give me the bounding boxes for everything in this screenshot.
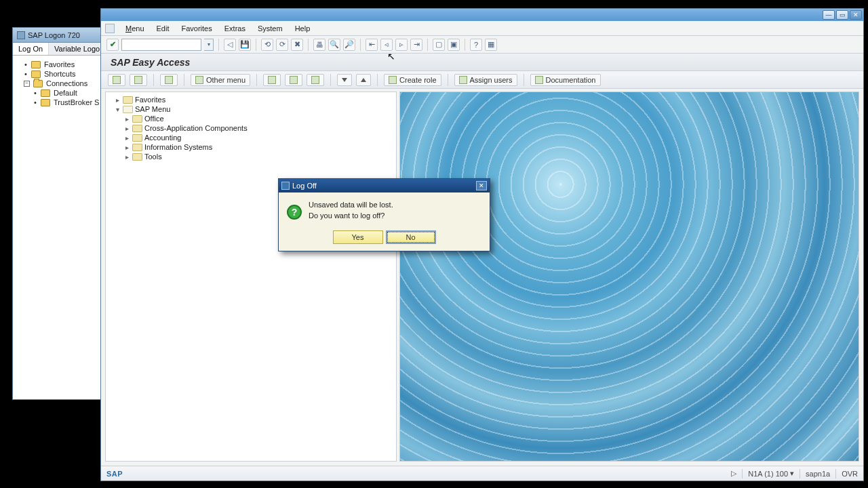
find-next-icon[interactable]: 🔎 [343,39,355,51]
menu-favorites[interactable]: Favorites [176,23,218,34]
tree-accounting[interactable]: ▸Accounting [108,133,393,142]
page-heading: SAP Easy Access [101,54,863,71]
last-page-icon[interactable]: ⇥ [410,39,422,51]
dialog-title: Log Off [292,182,317,190]
folder-icon [132,134,142,142]
help-icon[interactable]: ? [470,39,482,51]
enter-button[interactable]: ✔ [106,39,119,51]
application-toolbar: Other menu Create role Assign users Docu… [101,71,863,89]
tree-tools[interactable]: ▸Tools [108,152,393,161]
status-host: sapn1a [800,469,830,479]
tree-cross-app[interactable]: ▸Cross-Application Components [108,123,393,133]
sap-gui-window: — ▭ ✕ Menu Edit Favorites Extras System … [100,8,864,481]
tab-log-on[interactable]: Log On [13,43,49,55]
save-button[interactable]: 💾 [239,39,251,51]
menu-system-icon[interactable] [105,24,115,33]
display-button[interactable] [263,74,281,86]
question-icon: ? [287,205,302,220]
status-mode: OVR [835,469,858,479]
content-area: ▸Favorites ▾SAP Menu ▸Office ▸Cross-Appl… [101,89,863,466]
users-icon [459,76,467,84]
menu-extras[interactable]: Extras [219,23,251,34]
dialog-text: Unsaved data will be lost. Do you want t… [309,199,393,221]
delete-favorite-button[interactable] [130,74,147,86]
first-page-icon[interactable]: ⇤ [366,39,378,51]
dialog-close-button[interactable]: ✕ [476,181,487,190]
splash-image [399,92,859,462]
doc-del-icon [134,76,142,84]
new-session-icon[interactable]: ▢ [433,39,445,51]
expand-button[interactable] [356,74,371,86]
add-favorite-button[interactable] [108,74,125,86]
other-menu-button[interactable]: Other menu [191,74,250,86]
back-button[interactable]: ◁ [224,39,236,51]
navigation-tree[interactable]: ▸Favorites ▾SAP Menu ▸Office ▸Cross-Appl… [105,92,397,462]
page-title: SAP Easy Access [111,57,190,68]
exit-icon[interactable]: ⟳ [276,39,288,51]
folder-icon [132,125,142,132]
folder-icon [132,144,142,151]
next-page-icon[interactable]: ▹ [395,39,408,51]
menu-system[interactable]: System [252,23,288,34]
folder-icon [132,153,142,161]
menu-edit[interactable]: Edit [151,23,175,34]
assign-users-button[interactable]: Assign users [454,74,517,86]
close-button[interactable]: ✕ [850,10,862,20]
menu-path-button[interactable] [160,74,178,86]
dialog-icon [281,182,290,190]
yes-button[interactable]: Yes [333,230,383,244]
window-titlebar[interactable]: — ▭ ✕ [101,9,863,21]
tree-sap-menu[interactable]: ▾SAP Menu [108,104,393,114]
layout-icon[interactable]: ▦ [485,39,497,51]
edit-button[interactable] [307,74,324,86]
back-icon[interactable]: ⟲ [261,39,273,51]
print-icon[interactable]: 🖶 [313,39,326,51]
collapse-button[interactable] [337,74,352,86]
documentation-button[interactable]: Documentation [530,74,601,86]
triangle-down-icon [342,78,347,82]
command-dropdown[interactable]: ▾ [204,39,214,51]
standard-toolbar: ✔ ▾ ◁ 💾 ⟲ ⟳ ✖ 🖶 🔍 🔎 ⇤ ◃ ▹ ⇥ ▢ ▣ ? ▦ [101,36,863,54]
folder-icon [132,115,142,123]
status-nav-icon[interactable]: ▷ [731,469,736,478]
maximize-button[interactable]: ▭ [836,10,848,20]
dialog-titlebar[interactable]: Log Off ✕ [279,179,490,192]
sap-logo: SAP [106,470,123,478]
menu-bar: Menu Edit Favorites Extras System Help [101,21,863,36]
no-button[interactable]: No [386,230,436,244]
find-icon[interactable]: 🔍 [328,39,340,51]
change-button[interactable] [285,74,302,86]
triangle-up-icon [361,78,366,82]
folder-icon [123,96,133,104]
cancel-icon[interactable]: ✖ [291,39,303,51]
menu-help[interactable]: Help [290,23,316,34]
tree-office[interactable]: ▸Office [108,114,393,123]
menu-menu[interactable]: Menu [120,23,150,34]
folder-icon [165,76,173,84]
list-icon [195,76,203,84]
folder-open-icon [123,106,133,113]
doc-icon [535,76,543,84]
sap-logon-title: SAP Logon 720 [28,31,80,39]
logoff-dialog: Log Off ✕ ? Unsaved data will be lost. D… [278,178,490,251]
command-field[interactable] [121,39,201,51]
minimize-button[interactable]: — [823,10,835,20]
sap-logon-icon [17,31,25,39]
grid-icon [268,76,276,84]
tree-favorites[interactable]: ▸Favorites [108,95,393,104]
grid2-icon [290,76,298,84]
tree-information-systems[interactable]: ▸Information Systems [108,142,393,152]
status-system[interactable]: N1A (1) 100 ▾ [742,469,794,479]
shortcut-icon[interactable]: ▣ [448,39,460,51]
check-icon: ✔ [110,40,116,49]
pencil-icon [311,76,319,84]
doc-add-icon [113,76,121,84]
prev-page-icon[interactable]: ◃ [380,39,393,51]
status-bar: SAP ▷ N1A (1) 100 ▾ sapn1a OVR [101,466,863,481]
create-role-button[interactable]: Create role [384,74,441,86]
role-icon [389,76,397,84]
